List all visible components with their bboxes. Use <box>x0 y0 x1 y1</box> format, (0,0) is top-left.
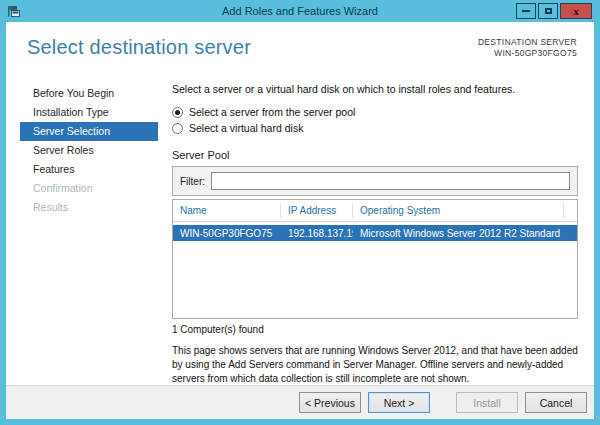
destination-server-block: DESTINATION SERVER WIN-50GP30FGO75 <box>478 37 577 59</box>
server-pool-table: Name IP Address Operating System WIN-50G… <box>172 199 578 319</box>
filter-input[interactable] <box>211 172 570 190</box>
nav-item-confirmation: Confirmation <box>20 179 158 198</box>
dialog-body: Select destination server DESTINATION SE… <box>6 22 594 419</box>
nav-item-before-you-begin[interactable]: Before You Begin <box>20 84 158 103</box>
nav-item-features[interactable]: Features <box>20 160 158 179</box>
wizard-header: Select destination server DESTINATION SE… <box>6 22 594 78</box>
destination-server-label: DESTINATION SERVER <box>478 37 577 48</box>
table-header-row: Name IP Address Operating System <box>173 200 577 222</box>
cell-server-name: WIN-50GP30FGO75 <box>173 228 281 239</box>
column-header-ip-address[interactable]: IP Address <box>281 203 353 218</box>
column-header-name[interactable]: Name <box>173 203 281 218</box>
wizard-footer: < Previous Next > Install Cancel <box>6 385 594 419</box>
wizard-window: Add Roles and Features Wizard x Select d… <box>0 0 600 425</box>
filter-label: Filter: <box>180 176 205 187</box>
destination-server-value: WIN-50GP30FGO75 <box>478 48 577 59</box>
maximize-icon <box>545 8 552 14</box>
nav-item-server-roles[interactable]: Server Roles <box>20 141 158 160</box>
intro-text: Select a server or a virtual hard disk o… <box>172 83 578 95</box>
cell-server-os: Microsoft Windows Server 2012 R2 Standar… <box>353 228 564 239</box>
wizard-step-nav: Before You Begin Installation Type Serve… <box>6 78 166 385</box>
table-row-server[interactable]: WIN-50GP30FGO75 192.168.137.197 Microsof… <box>173 225 577 241</box>
content-row: Before You Begin Installation Type Serve… <box>6 78 594 385</box>
maximize-button[interactable] <box>538 3 558 19</box>
close-icon: x <box>573 6 579 17</box>
page-description: This page shows servers that are running… <box>172 344 578 386</box>
radio-label: Select a virtual hard disk <box>189 122 303 134</box>
nav-item-results: Results <box>20 198 158 217</box>
window-controls: x <box>514 3 592 19</box>
next-button[interactable]: Next > <box>368 392 430 413</box>
server-pool-section-label: Server Pool <box>172 149 578 161</box>
cancel-button[interactable]: Cancel <box>525 392 587 413</box>
nav-item-server-selection[interactable]: Server Selection <box>20 122 158 141</box>
radio-select-server-pool[interactable]: Select a server from the server pool <box>172 104 578 120</box>
window-title: Add Roles and Features Wizard <box>0 5 600 17</box>
radio-label: Select a server from the server pool <box>189 106 355 118</box>
radio-select-virtual-hard-disk[interactable]: Select a virtual hard disk <box>172 120 578 136</box>
radio-button-icon <box>172 123 183 134</box>
title-bar: Add Roles and Features Wizard x <box>0 0 600 22</box>
column-header-spacer <box>564 203 577 218</box>
previous-button[interactable]: < Previous <box>299 392 361 413</box>
radio-button-icon <box>172 107 183 118</box>
destination-radio-group: Select a server from the server pool Sel… <box>172 104 578 136</box>
wizard-flag-icon[interactable] <box>7 5 21 18</box>
main-pane: Select a server or a virtual hard disk o… <box>166 78 594 385</box>
computers-found-count: 1 Computer(s) found <box>172 324 578 335</box>
install-button: Install <box>456 392 518 413</box>
nav-item-installation-type[interactable]: Installation Type <box>20 103 158 122</box>
minimize-button[interactable] <box>516 3 536 19</box>
cell-server-ip: 192.168.137.197 <box>281 228 353 239</box>
minimize-icon <box>522 10 530 12</box>
filter-box: Filter: <box>172 166 578 196</box>
column-header-operating-system[interactable]: Operating System <box>353 203 564 218</box>
close-button[interactable]: x <box>560 3 592 19</box>
